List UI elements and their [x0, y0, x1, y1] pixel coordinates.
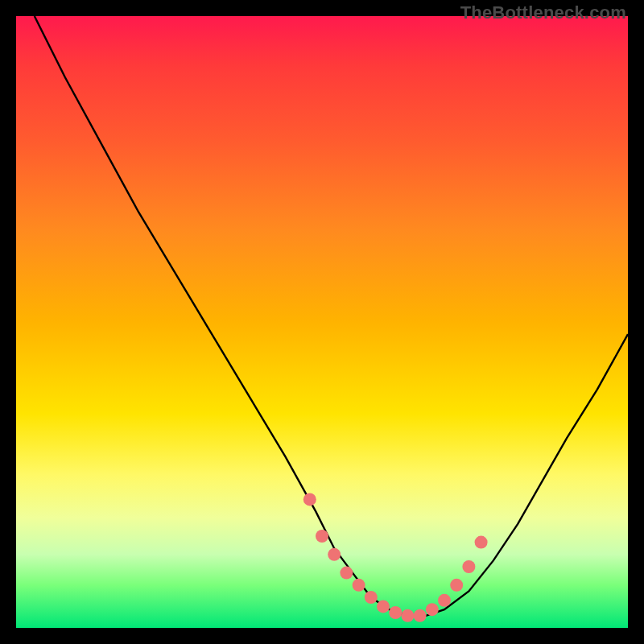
valley-dot	[365, 591, 378, 604]
valley-dot	[328, 548, 341, 561]
valley-dot	[450, 579, 463, 592]
valley-dot	[303, 493, 316, 506]
valley-dot	[401, 609, 414, 622]
valley-dot	[377, 600, 390, 613]
valley-dot	[462, 560, 475, 573]
valley-dot	[340, 567, 353, 580]
valley-dot	[353, 579, 365, 592]
chart-overlay	[16, 16, 628, 628]
valley-dot	[389, 606, 402, 619]
valley-dot	[475, 536, 488, 549]
valley-dot	[414, 609, 427, 622]
valley-dot	[316, 530, 328, 543]
valley-dot	[438, 594, 451, 607]
bottleneck-curve	[35, 16, 628, 616]
valley-dots-group	[303, 493, 488, 621]
chart-frame: TheBottleneck.com	[0, 0, 644, 644]
valley-dot	[426, 603, 439, 616]
watermark-text: TheBottleneck.com	[460, 2, 626, 23]
